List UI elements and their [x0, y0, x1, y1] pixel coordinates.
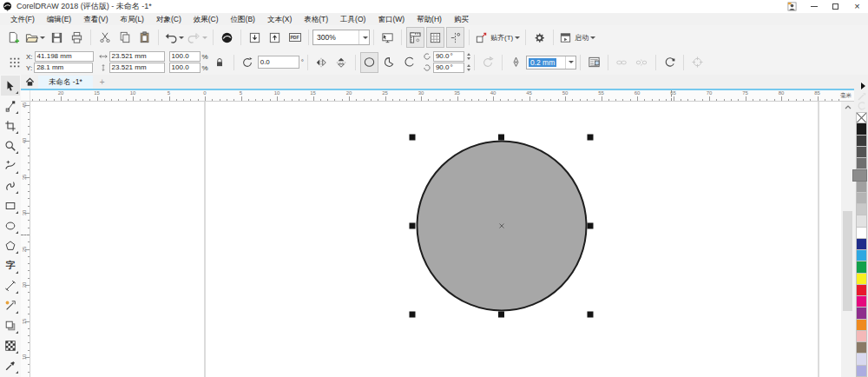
menu-item-11[interactable]: 帮助(H): [411, 13, 448, 25]
menu-item-1[interactable]: 编辑(E): [41, 13, 77, 25]
tool-drop-shadow[interactable]: [1, 315, 20, 335]
undo-button[interactable]: [163, 27, 185, 48]
tool-shape[interactable]: [1, 96, 20, 116]
show-grid-toggle[interactable]: [426, 27, 444, 48]
export-button[interactable]: [266, 27, 284, 48]
swatch-gray-30[interactable]: [856, 204, 867, 215]
import-button[interactable]: [246, 27, 264, 48]
scroll-up-button[interactable]: [841, 102, 854, 113]
selection-handle[interactable]: [410, 312, 416, 318]
scale-v-field[interactable]: 100.0: [169, 63, 201, 73]
horizontal-ruler[interactable]: 毫米 2015105051015202530354045505560657075…: [30, 90, 854, 102]
swatch-cyan[interactable]: [856, 250, 867, 261]
menu-item-5[interactable]: 效果(C): [187, 13, 225, 25]
tool-bspline[interactable]: [1, 175, 20, 195]
swatch-gray-40[interactable]: [856, 193, 867, 204]
new-document-tab-button[interactable]: +: [100, 76, 105, 89]
print-button[interactable]: [68, 27, 86, 48]
open-button[interactable]: [24, 27, 46, 48]
swatch-gray-20[interactable]: [856, 215, 867, 227]
menu-item-12[interactable]: 购买: [448, 13, 475, 25]
selection-handle[interactable]: [588, 135, 594, 141]
tool-color-eyedropper[interactable]: [1, 355, 20, 375]
menu-item-2[interactable]: 查看(V): [77, 13, 114, 25]
end-angle-spinner[interactable]: [467, 64, 470, 71]
wrap-option-2-button[interactable]: [633, 52, 651, 73]
menu-item-6[interactable]: 位图(B): [225, 13, 261, 25]
tool-dimension[interactable]: [1, 275, 20, 295]
launch-button[interactable]: 启动: [558, 27, 596, 48]
start-angle-spinner[interactable]: [467, 53, 470, 60]
show-rulers-toggle[interactable]: [406, 27, 424, 48]
tool-connector[interactable]: [1, 295, 20, 315]
swatch-purple[interactable]: [856, 308, 867, 319]
canvas-area[interactable]: [30, 102, 841, 377]
change-direction-button[interactable]: [479, 52, 497, 73]
wrap-option-1-button[interactable]: [613, 52, 631, 73]
selection-handle[interactable]: [498, 135, 504, 141]
swatch-gray-90[interactable]: [856, 136, 867, 147]
x-position-field[interactable]: 41.198 mm: [35, 51, 94, 62]
tool-freehand[interactable]: [1, 155, 20, 175]
swatch-green[interactable]: [856, 261, 867, 273]
options-button[interactable]: [530, 27, 549, 48]
menu-item-4[interactable]: 对象(C): [150, 13, 187, 25]
tool-zoom[interactable]: [1, 136, 20, 155]
swatch-brown[interactable]: [856, 342, 867, 354]
close-button[interactable]: ×: [846, 0, 868, 13]
center-marker-button[interactable]: [688, 52, 707, 73]
menu-item-0[interactable]: 文件(F): [4, 13, 41, 25]
mirror-horizontal-button[interactable]: [312, 52, 331, 73]
swatch-periwinkle[interactable]: [856, 366, 867, 377]
show-guidelines-toggle[interactable]: [446, 27, 464, 48]
redo-button[interactable]: [187, 27, 208, 48]
selection-handle[interactable]: [410, 135, 416, 141]
menu-item-7[interactable]: 文本(X): [261, 13, 298, 25]
swatch-lavender[interactable]: [856, 354, 867, 365]
undo-dropdown-icon[interactable]: [179, 36, 184, 39]
swatch-yellow[interactable]: [856, 274, 867, 285]
tool-crop[interactable]: [1, 116, 20, 136]
swatch-red[interactable]: [856, 285, 867, 296]
vertical-scrollbar[interactable]: [841, 102, 854, 377]
swatch-pink[interactable]: [856, 331, 867, 342]
selection-handle[interactable]: [498, 312, 504, 318]
swatch-no-color[interactable]: [856, 112, 867, 123]
new-document-button[interactable]: [4, 27, 23, 48]
swatch-white[interactable]: [856, 228, 867, 239]
outline-width-dropdown[interactable]: [565, 56, 575, 69]
open-dropdown-icon[interactable]: [40, 36, 45, 39]
lock-ratio-button[interactable]: [211, 52, 229, 73]
swatch-magenta[interactable]: [856, 296, 867, 308]
scrollbar-thumb[interactable]: [843, 211, 852, 311]
zoom-level-combo[interactable]: 300%: [312, 30, 370, 45]
swatch-gray-80[interactable]: [856, 147, 867, 158]
swatch-gray-70[interactable]: [856, 158, 867, 169]
swatch-black[interactable]: [856, 123, 867, 135]
mirror-vertical-button[interactable]: [332, 52, 351, 73]
fullscreen-preview-button[interactable]: [378, 27, 397, 48]
snap-options-button[interactable]: 贴齐(T): [474, 27, 521, 48]
welcome-screen-button[interactable]: [218, 27, 236, 48]
welcome-tab-button[interactable]: [21, 76, 38, 89]
menu-item-8[interactable]: 表格(T): [298, 13, 334, 25]
zoom-level-dropdown[interactable]: [358, 30, 369, 44]
object-height-field[interactable]: 23.521 mm: [109, 63, 165, 73]
y-position-field[interactable]: 28.1 mm: [34, 63, 93, 73]
redo-dropdown-icon[interactable]: [202, 36, 207, 39]
outline-width-combo[interactable]: 0.2 mm: [526, 56, 576, 69]
tool-ellipse[interactable]: [1, 215, 20, 235]
swatch-gray-50[interactable]: [856, 182, 867, 193]
tool-transparency[interactable]: [1, 335, 20, 355]
selection-handle[interactable]: [588, 312, 594, 318]
save-button[interactable]: [48, 27, 66, 48]
tool-rectangle[interactable]: [1, 195, 20, 215]
account-icon[interactable]: [781, 0, 803, 13]
ruler-corner[interactable]: [21, 90, 30, 102]
arc-mode-button[interactable]: [400, 52, 418, 73]
menu-item-3[interactable]: 布局(L): [115, 13, 150, 25]
vertical-ruler[interactable]: 1015202530354045: [21, 102, 30, 377]
start-angle-field[interactable]: 90.0°: [433, 51, 464, 62]
end-angle-field[interactable]: 90.0°: [433, 63, 464, 73]
cut-button[interactable]: [95, 27, 114, 48]
